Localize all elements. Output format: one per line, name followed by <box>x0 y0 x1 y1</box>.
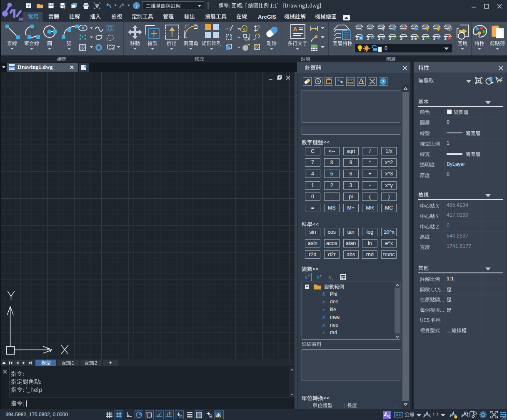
svg-text:x: x <box>318 287 320 290</box>
svg-text:?: ? <box>135 3 138 8</box>
svg-text:x: x <box>305 274 308 280</box>
svg-text:DWG: DWG <box>9 67 15 69</box>
svg-text:M: M <box>19 17 23 21</box>
svg-text:x: x <box>328 274 332 280</box>
svg-text:x: x <box>331 277 333 281</box>
svg-text:0.0: 0.0 <box>396 413 401 417</box>
svg-text:?: ? <box>382 79 385 84</box>
svg-text:+: + <box>308 273 310 278</box>
svg-text:A: A <box>293 25 297 32</box>
svg-text:+: + <box>320 273 322 278</box>
svg-text:x: x <box>316 274 320 280</box>
